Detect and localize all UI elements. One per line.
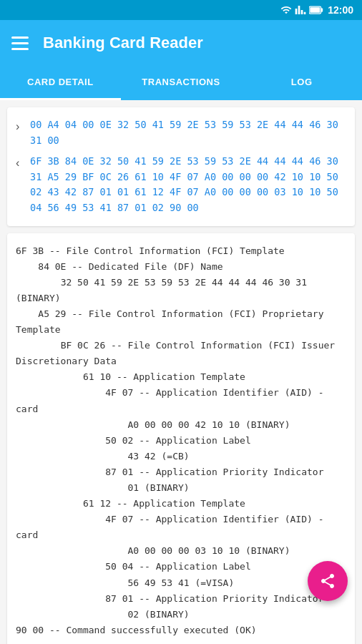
wifi-icon bbox=[280, 4, 292, 16]
app-bar: Banking Card Reader bbox=[0, 20, 362, 66]
tab-transactions[interactable]: TRANSACTIONS bbox=[121, 66, 242, 100]
parsed-data-card: 6F 3B -- File Control Information (FCI) … bbox=[7, 233, 355, 644]
in-arrow: ‹ bbox=[16, 155, 26, 172]
out-arrow: › bbox=[16, 118, 26, 135]
parsed-data-text: 6F 3B -- File Control Information (FCI) … bbox=[16, 243, 346, 638]
hex-row-in: ‹ 6F 3B 84 0E 32 50 41 59 2E 53 59 53 2E… bbox=[16, 154, 346, 215]
signal-icon bbox=[295, 4, 306, 16]
svg-rect-2 bbox=[310, 7, 320, 13]
hex-row-out: › 00 A4 04 00 0E 32 50 41 59 2E 53 59 53… bbox=[16, 117, 346, 148]
svg-rect-1 bbox=[321, 9, 323, 12]
share-fab[interactable] bbox=[308, 561, 348, 601]
tab-bar: CARD DETAIL TRANSACTIONS LOG bbox=[0, 66, 362, 100]
hex-out-text: 00 A4 04 00 0E 32 50 41 59 2E 53 59 53 2… bbox=[30, 117, 346, 148]
main-content: › 00 A4 04 00 0E 32 50 41 59 2E 53 59 53… bbox=[0, 100, 362, 644]
hamburger-menu[interactable] bbox=[11, 36, 29, 50]
tab-card-detail[interactable]: CARD DETAIL bbox=[0, 66, 121, 100]
tab-log[interactable]: LOG bbox=[241, 66, 362, 100]
status-icons bbox=[280, 4, 323, 16]
hex-card: › 00 A4 04 00 0E 32 50 41 59 2E 53 59 53… bbox=[7, 107, 355, 226]
battery-icon bbox=[309, 6, 323, 14]
share-icon bbox=[319, 572, 336, 590]
status-time: 12:00 bbox=[328, 4, 353, 16]
hex-in-text: 6F 3B 84 0E 32 50 41 59 2E 53 59 53 2E 4… bbox=[30, 154, 346, 215]
app-title: Banking Card Reader bbox=[43, 34, 203, 52]
status-bar: 12:00 bbox=[0, 0, 362, 20]
